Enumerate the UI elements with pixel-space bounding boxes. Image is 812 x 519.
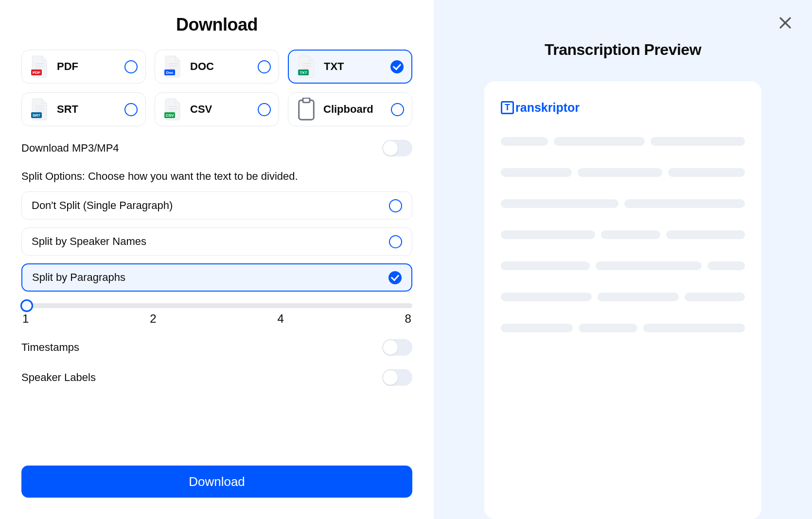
format-option-doc[interactable]: Doc DOC xyxy=(155,50,279,84)
format-label: CSV xyxy=(190,103,251,116)
file-icon: SRT xyxy=(30,98,50,121)
timestamps-label: Timestamps xyxy=(21,341,79,354)
split-option-2[interactable]: Split by Paragraphs xyxy=(21,263,412,292)
skeleton-bar xyxy=(685,293,745,301)
split-option-list: Don't Split (Single Paragraph) Split by … xyxy=(21,191,412,292)
split-option-label: Split by Paragraphs xyxy=(32,271,125,284)
format-option-txt[interactable]: TXT TXT xyxy=(288,50,412,84)
file-icon: PDF xyxy=(30,55,50,78)
timestamps-toggle[interactable] xyxy=(382,339,412,356)
slider-tick: 1 xyxy=(22,312,29,326)
svg-rect-26 xyxy=(303,98,310,102)
brand-logo: Transkriptor xyxy=(501,101,745,115)
file-txt-icon: TXT xyxy=(297,56,317,77)
mp3-toggle[interactable] xyxy=(382,140,412,156)
skeleton-bar xyxy=(624,199,745,208)
skeleton-preview xyxy=(501,137,745,332)
format-label: DOC xyxy=(190,60,251,73)
download-button[interactable]: Download xyxy=(21,466,412,498)
skeleton-row xyxy=(501,137,745,146)
skeleton-bar xyxy=(643,324,745,332)
skeleton-bar xyxy=(666,230,745,239)
clipboard-icon xyxy=(296,99,317,120)
mp3-toggle-row: Download MP3/MP4 xyxy=(21,140,412,156)
slider-thumb[interactable] xyxy=(20,299,33,312)
skeleton-row xyxy=(501,230,745,239)
skeleton-row xyxy=(501,324,745,332)
file-csv-icon: CSV xyxy=(163,99,183,120)
radio-indicator xyxy=(391,103,404,116)
skeleton-bar xyxy=(578,168,662,177)
skeleton-row xyxy=(501,168,745,177)
download-panel: Download PDF PDF Doc DOC TXT TXT xyxy=(0,0,434,519)
format-label: Clipboard xyxy=(323,103,384,116)
split-section-label: Split Options: Choose how you want the t… xyxy=(21,170,412,183)
svg-text:PDF: PDF xyxy=(33,70,40,75)
skeleton-bar xyxy=(501,137,548,146)
slider-ticks: 1248 xyxy=(21,312,412,326)
file-pdf-icon: PDF xyxy=(30,56,50,77)
brand-logo-box: T xyxy=(501,101,514,114)
skeleton-bar xyxy=(501,230,595,239)
format-option-csv[interactable]: CSV CSV xyxy=(155,92,279,126)
format-grid: PDF PDF Doc DOC TXT TXT SRT SRT xyxy=(21,50,412,126)
radio-indicator xyxy=(258,60,271,73)
radio-indicator xyxy=(390,60,404,73)
radio-indicator xyxy=(124,103,138,116)
timestamps-row: Timestamps xyxy=(21,339,412,356)
skeleton-bar xyxy=(501,293,592,301)
skeleton-bar xyxy=(668,168,745,177)
speaker-labels-row: Speaker Labels xyxy=(21,369,412,386)
skeleton-bar xyxy=(554,137,645,146)
split-option-0[interactable]: Don't Split (Single Paragraph) xyxy=(21,191,412,220)
svg-text:TXT: TXT xyxy=(300,70,307,75)
radio-indicator xyxy=(124,60,138,73)
skeleton-row xyxy=(501,199,745,208)
file-doc-icon: Doc xyxy=(163,56,183,77)
mp3-toggle-label: Download MP3/MP4 xyxy=(21,142,119,155)
format-option-srt[interactable]: SRT SRT xyxy=(21,92,146,126)
skeleton-bar xyxy=(501,199,618,208)
file-icon: CSV xyxy=(163,98,183,121)
skeleton-bar xyxy=(596,261,702,270)
speaker-labels-label: Speaker Labels xyxy=(21,371,96,384)
preview-card: Transkriptor xyxy=(484,81,761,519)
radio-indicator xyxy=(388,271,402,284)
preview-title: Transcription Preview xyxy=(545,41,701,59)
preview-panel: Transcription Preview Transkriptor xyxy=(434,0,812,519)
file-srt-icon: SRT xyxy=(30,99,50,120)
split-option-label: Don't Split (Single Paragraph) xyxy=(32,199,173,212)
svg-text:SRT: SRT xyxy=(33,113,40,118)
format-label: PDF xyxy=(57,60,118,73)
svg-text:CSV: CSV xyxy=(166,113,174,118)
skeleton-bar xyxy=(579,324,638,332)
slider-tick: 4 xyxy=(277,312,283,326)
brand-text: ranskriptor xyxy=(515,101,580,115)
skeleton-bar xyxy=(501,168,572,177)
radio-indicator xyxy=(389,235,402,248)
radio-indicator xyxy=(258,103,271,116)
skeleton-bar xyxy=(598,293,679,301)
file-icon: Doc xyxy=(163,55,183,78)
slider-tick: 2 xyxy=(150,312,156,326)
split-option-1[interactable]: Split by Speaker Names xyxy=(21,227,412,256)
skeleton-bar xyxy=(501,324,573,332)
slider-track[interactable] xyxy=(21,303,412,308)
paragraph-slider[interactable]: 1248 xyxy=(21,299,412,326)
format-label: TXT xyxy=(324,60,384,73)
format-option-clipboard[interactable]: Clipboard xyxy=(288,92,412,126)
close-icon[interactable] xyxy=(777,15,794,31)
format-label: SRT xyxy=(57,103,118,116)
speaker-labels-toggle[interactable] xyxy=(382,369,412,386)
split-option-label: Split by Speaker Names xyxy=(32,235,146,248)
radio-indicator xyxy=(389,199,402,212)
clipboard-icon xyxy=(297,98,316,121)
skeleton-bar xyxy=(651,137,745,146)
skeleton-row xyxy=(501,261,745,270)
slider-tick: 8 xyxy=(405,312,411,326)
skeleton-row xyxy=(501,293,745,301)
skeleton-bar xyxy=(707,261,745,270)
format-option-pdf[interactable]: PDF PDF xyxy=(21,50,146,84)
skeleton-bar xyxy=(601,230,660,239)
file-icon: TXT xyxy=(297,55,317,78)
